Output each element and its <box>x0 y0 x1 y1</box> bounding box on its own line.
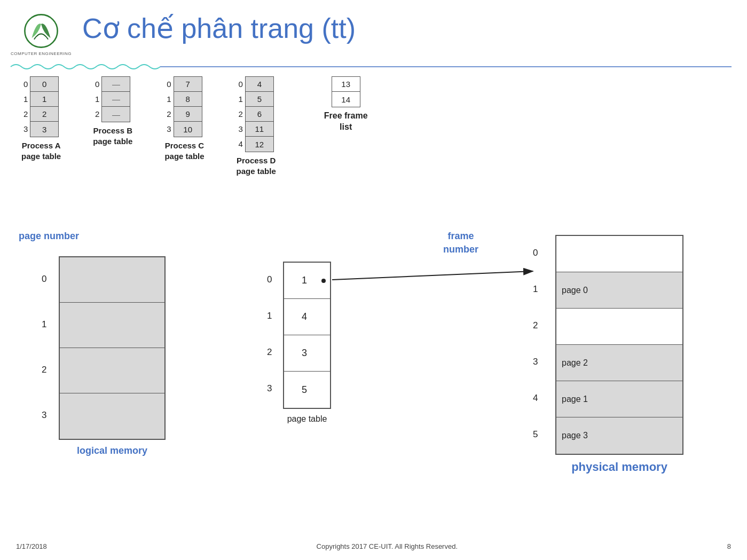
pa-idx-1: 1 <box>23 91 28 106</box>
ff-cell-0: 13 <box>332 77 360 92</box>
physical-memory-label: physical memory <box>555 460 683 474</box>
process-b-table: 0 1 2 — — — Process B page table <box>93 76 132 146</box>
lm-idx-2: 2 <box>42 347 46 392</box>
pm-fi-3: 3 <box>533 344 538 380</box>
process-d-indices: 0 1 2 3 4 <box>238 76 242 152</box>
pa-idx-2: 2 <box>23 106 28 121</box>
pd-cell-1: 5 <box>246 92 273 107</box>
pd-cell-3: 11 <box>246 122 273 137</box>
process-b-indices: 0 1 2 <box>95 76 99 122</box>
pm-fi-4: 4 <box>533 380 538 416</box>
pd-idx-3: 3 <box>238 121 242 136</box>
header: COMPUTER ENGINEERING Cơ chế phân trang (… <box>0 0 747 56</box>
pc-cell-2: 9 <box>174 107 202 122</box>
pa-idx-3: 3 <box>23 121 28 136</box>
center-page-table: 0 1 2 3 1 4 3 5 page table <box>283 262 331 424</box>
logo-icon <box>22 12 60 50</box>
pd-idx-1: 1 <box>238 91 242 106</box>
process-d-cells: 4 5 6 11 12 <box>245 76 274 152</box>
ff-cell-1: 14 <box>332 92 360 107</box>
process-b-cells: — — — <box>101 76 130 122</box>
logo-text: COMPUTER ENGINEERING <box>11 51 72 56</box>
frame-number-label: framenumber <box>443 230 478 256</box>
cpt-row-2: 3 <box>284 335 330 372</box>
pm-cell-4: page 1 <box>556 381 682 417</box>
pc-cell-0: 7 <box>174 77 202 92</box>
cpt-idx-2: 2 <box>267 334 272 370</box>
logical-memory-block <box>59 256 166 440</box>
process-c-table: 0 1 2 3 7 8 9 10 Process C page table <box>164 76 204 161</box>
physical-memory-block: page 0 page 2 page 1 page 3 <box>555 235 683 455</box>
pm-fi-5: 5 <box>533 416 538 453</box>
cpt-dot-0 <box>321 279 326 283</box>
free-frame-label: Free frame list <box>324 111 368 133</box>
pd-idx-0: 0 <box>238 76 242 91</box>
process-c-label: Process C page table <box>164 140 204 161</box>
physical-memory-area: 0 1 2 3 4 5 page 0 page 2 page 1 page 3 … <box>555 235 683 474</box>
pb-idx-0: 0 <box>95 76 99 91</box>
process-a-indices: 0 1 2 3 <box>23 76 28 137</box>
pa-cell-0: 0 <box>30 77 58 92</box>
lm-cell-2 <box>60 348 164 393</box>
page-title: Cơ chế phân trang (tt) <box>82 12 356 44</box>
wave-decoration <box>0 60 747 71</box>
pc-idx-3: 3 <box>167 121 171 136</box>
cpt-val-3: 5 <box>302 384 307 396</box>
pm-cell-5: page 3 <box>556 417 682 454</box>
pb-cell-0: — <box>102 77 130 92</box>
cpt-row-0: 1 <box>284 263 330 299</box>
page-tables-row: 0 1 2 3 0 1 2 3 Process A page table 0 1… <box>0 76 747 176</box>
cpt-row-1: 4 <box>284 299 330 335</box>
footer-copyright: Copyrights 2017 CE-UIT. All Rights Reser… <box>317 542 458 550</box>
process-b-label: Process B page table <box>93 125 132 146</box>
svg-point-0 <box>25 14 57 47</box>
cpt-idx-1: 1 <box>267 298 272 334</box>
pc-idx-2: 2 <box>167 106 171 121</box>
footer-page: 8 <box>727 542 731 550</box>
pb-idx-1: 1 <box>95 91 99 106</box>
pm-cell-0 <box>556 236 682 272</box>
process-a-table: 0 1 2 3 0 1 2 3 Process A page table <box>21 76 61 161</box>
lm-idx-1: 1 <box>42 302 46 347</box>
pd-idx-2: 2 <box>238 106 242 121</box>
pb-cell-1: — <box>102 92 130 107</box>
pm-fi-1: 1 <box>533 271 538 307</box>
pa-idx-0: 0 <box>23 76 28 91</box>
footer: 1/17/2018 Copyrights 2017 CE-UIT. All Ri… <box>0 542 747 550</box>
pd-cell-2: 6 <box>246 107 273 122</box>
center-pt-block: 1 4 3 5 <box>283 262 331 409</box>
cpt-row-3: 5 <box>284 372 330 408</box>
page-number-label: page number <box>19 230 79 243</box>
logo-area: COMPUTER ENGINEERING <box>11 12 72 56</box>
cpt-val-0: 1 <box>302 275 307 286</box>
lm-idx-3: 3 <box>42 392 46 438</box>
pm-cell-3: page 2 <box>556 345 682 381</box>
logical-memory-area: 0 1 2 3 logical memory <box>59 256 166 456</box>
logical-memory-label: logical memory <box>59 445 166 456</box>
pa-cell-1: 1 <box>30 92 58 107</box>
pc-cell-1: 8 <box>174 92 202 107</box>
pm-fi-2: 2 <box>533 307 538 344</box>
pc-idx-1: 1 <box>167 91 171 106</box>
footer-date: 1/17/2018 <box>16 542 47 550</box>
pm-cell-1: page 0 <box>556 272 682 309</box>
pm-cell-2 <box>556 309 682 345</box>
process-c-cells: 7 8 9 10 <box>174 76 202 137</box>
pb-idx-2: 2 <box>95 106 99 121</box>
pc-cell-3: 10 <box>174 122 202 137</box>
process-a-cells: 0 1 2 3 <box>30 76 59 137</box>
process-a-label: Process A page table <box>21 140 61 161</box>
cpt-val-1: 4 <box>302 311 307 322</box>
pa-cell-2: 2 <box>30 107 58 122</box>
cpt-idx-0: 0 <box>267 262 272 298</box>
center-pt-label: page table <box>283 414 331 424</box>
pd-cell-4: 12 <box>246 137 273 152</box>
process-d-table: 0 1 2 3 4 4 5 6 11 12 Process D page tab… <box>237 76 276 176</box>
cpt-idx-3: 3 <box>267 370 272 407</box>
pd-idx-4: 4 <box>238 136 242 151</box>
svg-line-3 <box>332 271 533 280</box>
free-frame-list: 13 14 Free frame list <box>324 76 368 133</box>
process-c-indices: 0 1 2 3 <box>167 76 171 137</box>
pc-idx-0: 0 <box>167 76 171 91</box>
process-d-label: Process D page table <box>237 155 276 176</box>
